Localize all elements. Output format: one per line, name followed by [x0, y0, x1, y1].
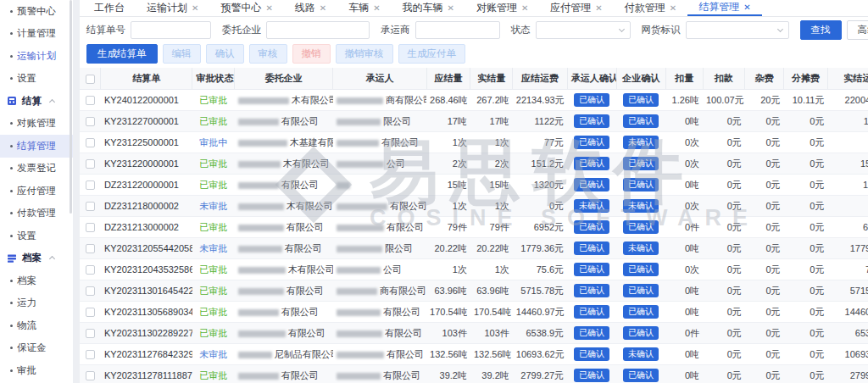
- sidebar-item-计量管理[interactable]: 计量管理: [0, 23, 73, 46]
- table-row[interactable]: DZ231213000002已审批有限公司有限公司79件79件6952元已确认已…: [80, 217, 868, 238]
- row-checkbox[interactable]: [86, 286, 95, 296]
- close-icon[interactable]: ✕: [192, 3, 198, 13]
- sidebar-item-保证金[interactable]: 保证金: [0, 337, 73, 360]
- close-icon[interactable]: ✕: [743, 3, 750, 12]
- sidebar-item-运输计划[interactable]: 运输计划: [0, 45, 73, 68]
- toolbar-button-撤销审核[interactable]: 撤销审核: [336, 44, 393, 64]
- 结算单号-input[interactable]: [131, 21, 211, 39]
- confirmed-badge[interactable]: 已确认: [623, 263, 659, 276]
- sidebar-item-设置[interactable]: 设置: [0, 225, 73, 247]
- unconfirmed-badge[interactable]: 未确认: [623, 199, 659, 213]
- confirmed-badge[interactable]: 已确认: [574, 157, 609, 170]
- row-checkbox[interactable]: [86, 96, 95, 105]
- sidebar-item-物流[interactable]: 物流: [0, 314, 73, 337]
- confirmed-badge[interactable]: 已确认: [623, 220, 659, 234]
- 委托企业-input[interactable]: [266, 21, 370, 39]
- row-checkbox[interactable]: [86, 350, 95, 359]
- tab-结算管理[interactable]: 结算管理✕: [687, 0, 761, 16]
- toolbar-button-生成应付单[interactable]: 生成应付单: [398, 44, 466, 64]
- table-row[interactable]: KY231225000001审批中木基建有限公司有限公司1次1次77元已确认未确…: [80, 132, 868, 153]
- sidebar-scrollbar[interactable]: [70, 0, 72, 214]
- tab-工作台[interactable]: 工作台: [83, 0, 136, 16]
- table-row[interactable]: KY2023112768423292未审批尼制品有限公司有限公司132.56吨1…: [80, 344, 868, 365]
- table-row[interactable]: DZ231220000001已审批有限公司15吨15吨1320元已确认已确认0吨…: [80, 175, 868, 196]
- sidebar-item-设置[interactable]: 设置: [0, 68, 73, 91]
- confirmed-badge[interactable]: 已确认: [623, 178, 659, 192]
- sidebar-section-结算[interactable]: 结算: [0, 90, 73, 113]
- row-checkbox[interactable]: [86, 329, 95, 338]
- close-icon[interactable]: ✕: [265, 3, 272, 13]
- toolbar-button-审核[interactable]: 审核: [249, 44, 287, 64]
- 网货标识-select[interactable]: [686, 21, 789, 39]
- confirmed-badge[interactable]: 已确认: [623, 114, 659, 128]
- row-checkbox[interactable]: [86, 159, 95, 169]
- unconfirmed-badge[interactable]: 未确认: [623, 136, 659, 149]
- confirmed-badge[interactable]: 已确认: [574, 178, 609, 192]
- confirmed-badge[interactable]: 已确认: [574, 347, 609, 361]
- table-row[interactable]: KY2023113016454224已审批有限公司商有限公司63.96吨63.9…: [80, 280, 868, 302]
- row-checkbox[interactable]: [86, 244, 95, 253]
- confirmed-badge[interactable]: 已确认: [574, 241, 609, 255]
- row-checkbox[interactable]: [86, 180, 95, 190]
- close-icon[interactable]: ✕: [521, 3, 528, 13]
- toolbar-button-生成结算单[interactable]: 生成结算单: [86, 44, 158, 64]
- confirmed-badge[interactable]: 已确认: [623, 284, 659, 297]
- sidebar-item-预警中心[interactable]: 预警中心: [0, 0, 73, 23]
- sidebar-item-运力[interactable]: 运力: [0, 292, 73, 315]
- table-row[interactable]: KY240122000001已审批木有限公司商有限公司268.46吨267.2吨…: [80, 90, 868, 111]
- tab-对账管理[interactable]: 对账管理✕: [465, 0, 539, 16]
- tab-付款管理[interactable]: 付款管理✕: [614, 0, 687, 16]
- confirmed-badge[interactable]: 已确认: [574, 220, 609, 234]
- table-row[interactable]: DZ231218000002未审批木有限公司有限公司1次1次0元未确认未确认0次…: [80, 196, 868, 217]
- search-button[interactable]: 查找: [800, 20, 842, 40]
- tab-车辆[interactable]: 车辆✕: [337, 0, 391, 16]
- close-icon[interactable]: ✕: [670, 3, 676, 13]
- confirmed-badge[interactable]: 已确认: [623, 326, 659, 340]
- tab-我的车辆[interactable]: 我的车辆✕: [392, 0, 465, 16]
- confirmed-badge[interactable]: 已确认: [574, 326, 609, 340]
- toolbar-button-编辑[interactable]: 编辑: [163, 44, 201, 64]
- tab-线路[interactable]: 线路✕: [284, 0, 337, 16]
- sidebar-item-对账管理[interactable]: 对账管理: [0, 113, 73, 136]
- table-row[interactable]: KY2023112781118879已审批有限公司有限公司39.2吨39.2吨2…: [80, 365, 868, 383]
- confirmed-badge[interactable]: 已确认: [574, 136, 609, 149]
- close-icon[interactable]: ✕: [448, 3, 454, 13]
- unconfirmed-badge[interactable]: 未确认: [623, 347, 659, 361]
- row-checkbox[interactable]: [86, 223, 95, 232]
- sidebar-item-审批[interactable]: 审批: [0, 359, 73, 382]
- table-row[interactable]: KY231227000001已审批有限公司限公司17吨17吨1122元已确认已确…: [80, 111, 868, 132]
- sidebar-item-结算管理[interactable]: 结算管理: [0, 135, 73, 158]
- confirmed-badge[interactable]: 已确认: [574, 369, 609, 382]
- toolbar-button-确认[interactable]: 确认: [206, 44, 244, 64]
- unconfirmed-badge[interactable]: 未确认: [623, 241, 659, 255]
- sidebar-item-发票登记[interactable]: 发票登记: [0, 158, 73, 180]
- confirmed-badge[interactable]: 已确认: [574, 263, 609, 276]
- row-checkbox[interactable]: [86, 117, 95, 126]
- table-row[interactable]: KY2023113022892276已审批有限公司有限公司103件103件653…: [80, 323, 868, 344]
- 状态-select[interactable]: [536, 21, 631, 39]
- sidebar-item-档案[interactable]: 档案: [0, 269, 73, 292]
- tab-预警中心[interactable]: 预警中心✕: [209, 0, 283, 16]
- confirmed-badge[interactable]: 已确认: [623, 369, 659, 382]
- table-row[interactable]: KY2023120554420585未审批有限公司限公司20.22吨20.22吨…: [80, 238, 868, 259]
- close-icon[interactable]: ✕: [595, 3, 602, 13]
- table-row[interactable]: KY2023113056890348已审批有限公司有限公司170.54吨170.…: [80, 302, 868, 323]
- confirmed-badge[interactable]: 已确认: [574, 305, 609, 319]
- confirmed-badge[interactable]: 已确认: [623, 157, 659, 170]
- confirmed-badge[interactable]: 已确认: [574, 284, 609, 297]
- select-all-checkbox[interactable]: [86, 75, 95, 84]
- sidebar-section-档案[interactable]: 档案: [0, 247, 73, 270]
- table-row[interactable]: KY231220000001已审批木有限公司公司2次2次151.2元已确认已确认…: [80, 153, 868, 175]
- tab-应付管理[interactable]: 应付管理✕: [539, 0, 613, 16]
- row-checkbox[interactable]: [86, 308, 95, 317]
- confirmed-badge[interactable]: 已确认: [623, 93, 659, 107]
- confirmed-badge[interactable]: 已确认: [574, 114, 609, 128]
- 承运商-input[interactable]: [415, 21, 500, 39]
- tab-运输计划[interactable]: 运输计划✕: [136, 0, 209, 16]
- confirmed-badge[interactable]: 已确认: [623, 305, 659, 319]
- confirmed-badge[interactable]: 已确认: [574, 93, 609, 107]
- sidebar-item-付款管理[interactable]: 付款管理: [0, 203, 73, 225]
- sidebar-item-应付管理[interactable]: 应付管理: [0, 180, 73, 203]
- row-checkbox[interactable]: [86, 371, 95, 380]
- row-checkbox[interactable]: [86, 202, 95, 211]
